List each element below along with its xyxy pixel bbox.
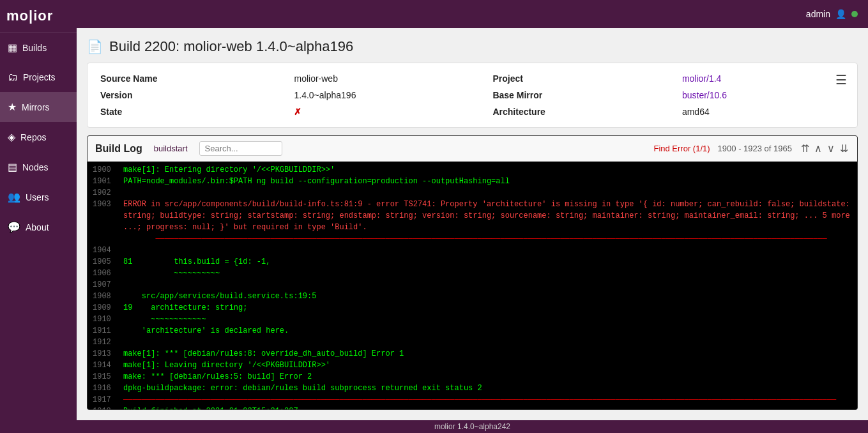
log-line-content: ~~~~~~~~~~~~ <box>123 314 852 325</box>
log-line: 1908 src/app/services/build.service.ts:1… <box>93 291 852 302</box>
source-name-label: Source Name <box>100 73 275 84</box>
sidebar-item-repos[interactable]: ◈ Repos <box>0 122 77 152</box>
log-line-content: make[1]: Leaving directory '/<<PKGBUILDD… <box>123 360 852 371</box>
log-line-content: PATH=node_modules/.bin:$PATH ng build --… <box>123 176 852 187</box>
log-line-content <box>123 279 852 291</box>
log-line: 1900make[1]: Entering directory '/<<PKGB… <box>93 164 852 176</box>
log-line: 1901PATH=node_modules/.bin:$PATH ng buil… <box>93 176 852 187</box>
log-line-number: 1901 <box>93 176 118 187</box>
repos-icon: ◈ <box>8 131 15 143</box>
main-area: admin 👤 📄 Build 2200: molior-web 1.4.0~a… <box>77 0 868 433</box>
log-line-content: make: *** [debian/rules:5: build] Error … <box>123 371 852 383</box>
log-line-number: 1910 <box>93 314 118 325</box>
topbar: admin 👤 <box>77 0 868 28</box>
log-nav-down[interactable]: ∨ <box>826 142 836 155</box>
project-label: Project <box>492 73 662 84</box>
log-line-content: 81 this.build = {id: -1, <box>123 256 852 268</box>
user-menu[interactable]: admin 👤 <box>806 9 858 19</box>
log-nav-up[interactable]: ∧ <box>813 142 823 155</box>
log-line-number: 1903 <box>93 199 118 233</box>
log-line: 1911 'architecture' is declared here. <box>93 325 852 337</box>
nodes-icon: ▤ <box>8 161 17 173</box>
log-line: 1906 ~~~~~~~~~~ <box>93 268 852 279</box>
log-line-content: ~~~~~~~~~~ <box>123 268 852 279</box>
online-indicator <box>851 11 858 17</box>
log-range: 1900 - 1923 of 1965 <box>718 144 792 153</box>
log-line-number: 1917 <box>93 394 118 406</box>
build-log-container: Build Log buildstart Find Error (1/1) 19… <box>87 135 858 410</box>
sidebar-item-label: About <box>26 222 49 232</box>
logo: mo|ior <box>0 0 77 33</box>
log-line-content <box>123 245 852 256</box>
sidebar-item-builds[interactable]: ▦ Builds <box>0 33 77 63</box>
log-line-number: 1904 <box>93 245 118 256</box>
log-line-content: 19 architecture: string; <box>123 302 852 314</box>
sidebar-item-label: Projects <box>23 72 56 82</box>
log-line: 1910 ~~~~~~~~~~~~ <box>93 314 852 325</box>
log-line: 1914make[1]: Leaving directory '/<<PKGBU… <box>93 360 852 371</box>
log-line: 1904 <box>93 245 852 256</box>
project-value[interactable]: molior/1.4 <box>682 73 844 84</box>
log-line-number: 1911 <box>93 325 118 337</box>
log-line-number: 1908 <box>93 291 118 302</box>
log-line-number: 1915 <box>93 371 118 383</box>
log-line-content <box>123 187 852 199</box>
log-line-content: 'architecture' is declared here. <box>123 325 852 337</box>
log-line-number: 1909 <box>93 302 118 314</box>
doc-icon: 📄 <box>87 39 103 54</box>
log-navigation: ⇈ ∧ ∨ ⇊ <box>800 142 849 155</box>
projects-icon: 🗂 <box>8 72 18 83</box>
log-line: 1916dpkg-buildpackage: error: debian/rul… <box>93 383 852 394</box>
state-label: State <box>100 107 275 117</box>
log-line-number: 1902 <box>93 187 118 199</box>
page-title: 📄 Build 2200: molior-web 1.4.0~alpha196 <box>87 38 858 55</box>
sidebar-item-mirrors[interactable]: ★ Mirrors <box>0 92 77 122</box>
user-icon: 👤 <box>835 9 846 19</box>
find-error-button[interactable]: Find Error (1/1) <box>653 144 710 153</box>
log-line-number: 1907 <box>93 279 118 291</box>
log-line-content: ────────────────────────────────────────… <box>123 394 852 406</box>
log-line-number: 1913 <box>93 348 118 360</box>
sidebar-item-label: Repos <box>20 132 46 142</box>
log-line: 1913make[1]: *** [debian/rules:8: overri… <box>93 348 852 360</box>
log-line-number: 1914 <box>93 360 118 371</box>
log-line: ────────────────────────────────────────… <box>93 233 852 245</box>
build-log-header: Build Log buildstart Find Error (1/1) 19… <box>88 136 857 162</box>
sidebar-item-nodes[interactable]: ▤ Nodes <box>0 152 77 182</box>
source-name-value: molior-web <box>294 73 473 84</box>
log-nav-first[interactable]: ⇈ <box>800 142 811 155</box>
page-title-text: Build 2200: molior-web 1.4.0~alpha196 <box>109 38 353 55</box>
architecture-value: amd64 <box>682 107 844 117</box>
log-line-number: 1900 <box>93 164 118 176</box>
log-line: 1907 <box>93 279 852 291</box>
info-card: Source Name molior-web Project molior/1.… <box>87 63 858 128</box>
log-line-content: ERROR in src/app/components/build/build-… <box>123 199 852 233</box>
sidebar-item-users[interactable]: 👥 Users <box>0 182 77 212</box>
sidebar-item-about[interactable]: 💬 About <box>0 212 77 242</box>
sidebar-item-label: Mirrors <box>22 102 50 112</box>
base-mirror-label: Base Mirror <box>492 90 662 100</box>
log-line-content: src/app/services/build.service.ts:19:5 <box>123 291 852 302</box>
sidebar-item-label: Nodes <box>22 162 48 172</box>
version-value: 1.4.0~alpha196 <box>294 90 473 100</box>
base-mirror-value[interactable]: buster/10.6 <box>682 90 844 100</box>
username: admin <box>806 9 830 19</box>
search-input[interactable] <box>199 141 282 156</box>
buildstart-tab[interactable]: buildstart <box>150 142 192 155</box>
info-grid: Source Name molior-web Project molior/1.… <box>100 73 844 117</box>
log-nav-last[interactable]: ⇊ <box>839 142 849 155</box>
sidebar-item-projects[interactable]: 🗂 Projects <box>0 63 77 92</box>
builds-icon: ▦ <box>8 42 17 54</box>
log-line-number: 1905 <box>93 256 118 268</box>
log-line: 1918Build finished at 2021-01-03T15:21:3… <box>93 406 852 409</box>
log-line: 1903ERROR in src/app/components/build/bu… <box>93 199 852 233</box>
log-line: 1917────────────────────────────────────… <box>93 394 852 406</box>
options-menu-icon[interactable]: ☰ <box>835 72 847 87</box>
log-line-content: ────────────────────────────────────────… <box>123 233 852 245</box>
mirrors-icon: ★ <box>8 101 17 113</box>
log-line: 1902 <box>93 187 852 199</box>
sidebar: mo|ior ▦ Builds 🗂 Projects ★ Mirrors ◈ R… <box>0 0 77 433</box>
log-line-content <box>123 337 852 348</box>
about-icon: 💬 <box>8 221 20 233</box>
build-log-title: Build Log <box>95 143 142 155</box>
